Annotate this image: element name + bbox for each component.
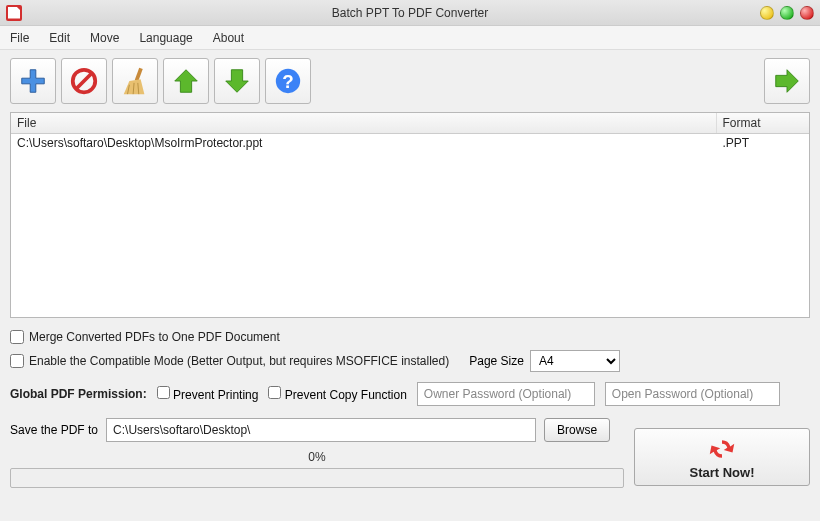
prevent-copy-option[interactable]: Prevent Copy Function xyxy=(268,386,406,402)
save-path-input[interactable] xyxy=(106,418,536,442)
progress-text: 0% xyxy=(10,450,624,464)
column-file[interactable]: File xyxy=(11,113,716,134)
open-password-input[interactable] xyxy=(605,382,780,406)
refresh-icon xyxy=(708,435,736,463)
plus-icon xyxy=(18,66,48,96)
browse-button[interactable]: Browse xyxy=(544,418,610,442)
merge-option[interactable]: Merge Converted PDFs to One PDF Document xyxy=(10,330,280,344)
prevent-copy-label: Prevent Copy Function xyxy=(285,388,407,402)
prevent-print-label: Prevent Printing xyxy=(173,388,258,402)
merge-label: Merge Converted PDFs to One PDF Document xyxy=(29,330,280,344)
maximize-button[interactable] xyxy=(780,6,794,20)
broom-icon xyxy=(120,66,150,96)
no-entry-icon xyxy=(69,66,99,96)
save-label: Save the PDF to xyxy=(10,423,98,437)
progress-bar xyxy=(10,468,624,488)
move-up-button[interactable] xyxy=(163,58,209,104)
remove-button[interactable] xyxy=(61,58,107,104)
start-button[interactable]: Start Now! xyxy=(634,428,810,486)
question-icon: ? xyxy=(273,66,303,96)
cell-format: .PPT xyxy=(716,134,809,153)
arrow-right-icon xyxy=(772,66,802,96)
app-icon xyxy=(6,5,22,21)
svg-line-1 xyxy=(77,74,92,89)
svg-text:?: ? xyxy=(282,71,293,92)
compat-checkbox[interactable] xyxy=(10,354,24,368)
arrow-down-icon xyxy=(222,66,252,96)
toolbar-spacer xyxy=(316,58,759,104)
file-list[interactable]: File Format C:\Users\softaro\Desktop\Mso… xyxy=(10,112,810,318)
clear-button[interactable] xyxy=(112,58,158,104)
menu-edit[interactable]: Edit xyxy=(49,31,70,45)
compat-option[interactable]: Enable the Compatible Mode (Better Outpu… xyxy=(10,354,449,368)
prevent-copy-checkbox[interactable] xyxy=(268,386,281,399)
page-size-label: Page Size xyxy=(469,354,524,368)
prevent-print-option[interactable]: Prevent Printing xyxy=(157,386,259,402)
svg-rect-2 xyxy=(135,68,143,82)
add-button[interactable] xyxy=(10,58,56,104)
help-button[interactable]: ? xyxy=(265,58,311,104)
menu-file[interactable]: File xyxy=(10,31,29,45)
next-button[interactable] xyxy=(764,58,810,104)
menu-move[interactable]: Move xyxy=(90,31,119,45)
column-format[interactable]: Format xyxy=(716,113,809,134)
menu-language[interactable]: Language xyxy=(139,31,192,45)
prevent-print-checkbox[interactable] xyxy=(157,386,170,399)
toolbar: ? xyxy=(10,58,810,104)
window-controls xyxy=(760,6,814,20)
cell-file: C:\Users\softaro\Desktop\MsoIrmProtector… xyxy=(11,134,716,153)
title-bar: Batch PPT To PDF Converter xyxy=(0,0,820,26)
progress-area: 0% xyxy=(10,450,624,508)
content-area: ? File Format C:\Users\softaro\Desktop\M… xyxy=(0,50,820,516)
table-row[interactable]: C:\Users\softaro\Desktop\MsoIrmProtector… xyxy=(11,134,809,153)
window-title: Batch PPT To PDF Converter xyxy=(332,6,488,20)
merge-checkbox[interactable] xyxy=(10,330,24,344)
owner-password-input[interactable] xyxy=(417,382,595,406)
start-label: Start Now! xyxy=(690,465,755,480)
close-button[interactable] xyxy=(800,6,814,20)
permission-label: Global PDF Permission: xyxy=(10,387,147,401)
move-down-button[interactable] xyxy=(214,58,260,104)
compat-label: Enable the Compatible Mode (Better Outpu… xyxy=(29,354,449,368)
menu-about[interactable]: About xyxy=(213,31,244,45)
menu-bar: File Edit Move Language About xyxy=(0,26,820,50)
page-size-select[interactable]: A4 xyxy=(530,350,620,372)
arrow-up-icon xyxy=(171,66,201,96)
minimize-button[interactable] xyxy=(760,6,774,20)
options-panel: Merge Converted PDFs to One PDF Document… xyxy=(10,330,810,508)
file-table: File Format C:\Users\softaro\Desktop\Mso… xyxy=(11,113,809,152)
